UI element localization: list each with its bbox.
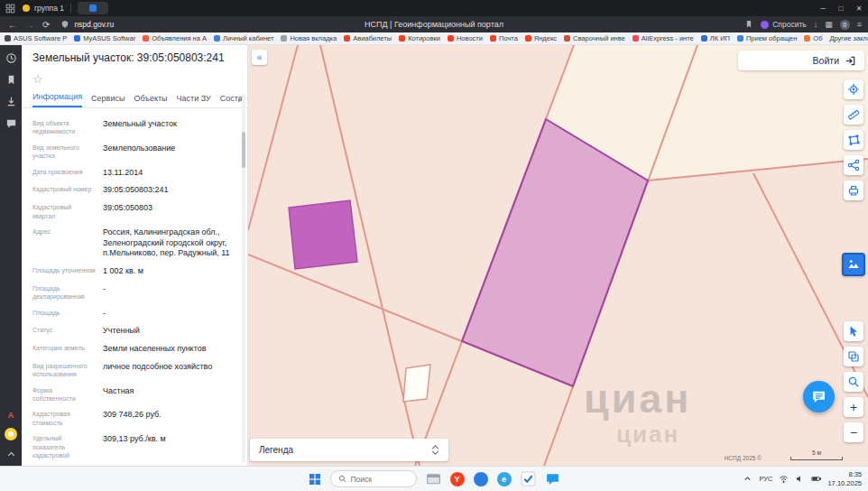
share-icon (847, 159, 860, 171)
field-row: Вид разрешенного использованияличное под… (32, 362, 235, 379)
letter-a-icon[interactable]: A (8, 411, 14, 420)
zoom-out-button[interactable]: − (844, 422, 863, 442)
favorite-star-icon[interactable]: ☆ (32, 73, 236, 85)
bookmark-item[interactable]: ЛК ИП (701, 34, 730, 42)
parcel-neighbor-highlighted[interactable] (289, 200, 357, 269)
taskbar-search[interactable]: Поиск (330, 470, 417, 487)
close-button[interactable]: ✕ (850, 0, 868, 16)
parcel-small-building[interactable] (403, 365, 430, 402)
bookmark-item[interactable]: Котировки (399, 34, 440, 42)
map-area[interactable]: циан циан « Войти + − Легенда НСПД 2025 … (248, 45, 868, 466)
tab-services[interactable]: Сервисы (91, 94, 125, 107)
bookmark-favicon (525, 35, 531, 42)
bookmark-item[interactable]: Сварочный инве (564, 34, 625, 42)
field-value: 39:05:050803:241 (103, 185, 169, 196)
profile-badge[interactable]: 0 (840, 20, 850, 30)
bookmark-favicon (633, 35, 639, 42)
antivirus-check-icon[interactable] (521, 471, 536, 486)
bookmark-item[interactable]: Яндекс (525, 34, 557, 42)
locate-button[interactable] (844, 79, 863, 99)
tab-group-label[interactable]: группа 1 (34, 4, 64, 13)
bookmark-item[interactable]: ASUS Software P (5, 34, 67, 42)
collapse-sidebar-icon[interactable] (5, 449, 17, 460)
bookmark-item[interactable]: Почта (490, 34, 518, 42)
legend-expander[interactable] (431, 445, 439, 455)
battery-icon[interactable] (811, 474, 821, 484)
measure-distance-button[interactable] (844, 105, 863, 125)
bookmarks-icon[interactable] (5, 74, 17, 86)
minimize-button[interactable]: ─ (814, 0, 832, 16)
login-bar[interactable]: Войти (738, 51, 864, 70)
file-explorer-icon[interactable] (426, 471, 441, 486)
wifi-icon[interactable] (779, 474, 789, 484)
measure-area-button[interactable] (844, 130, 863, 150)
url-text[interactable]: nspd.gov.ru (74, 20, 114, 29)
bookmark-item[interactable]: Новости (448, 34, 483, 42)
history-icon[interactable] (5, 52, 17, 64)
bookmark-favicon (74, 35, 80, 42)
start-button-icon[interactable] (309, 473, 321, 486)
tab-parts[interactable]: Части ЗУ (177, 94, 211, 107)
ask-alice-button[interactable]: Спросить (761, 20, 807, 29)
forward-icon[interactable]: → (25, 20, 34, 30)
bookmark-item[interactable]: MyASUS Softwar (74, 34, 135, 42)
active-tab[interactable] (78, 2, 108, 14)
legend-panel[interactable]: Легенда (250, 439, 448, 461)
edge-browser-icon[interactable]: e (497, 472, 512, 486)
chevron-down-icon (431, 450, 439, 455)
tray-expand-icon[interactable] (743, 474, 753, 484)
back-icon[interactable]: ← (8, 20, 17, 30)
tab-group-color-dot[interactable] (23, 5, 30, 12)
bookmark-item[interactable]: Личный кабинет (214, 34, 273, 42)
maximize-button[interactable]: □ (832, 0, 850, 16)
downloads-icon[interactable]: ↓ (814, 20, 818, 29)
panel-scrollbar[interactable] (242, 94, 245, 462)
panel-scrollbar-thumb[interactable] (242, 132, 245, 168)
cadastral-map-canvas[interactable] (248, 45, 868, 466)
bookmark-item[interactable]: Объявления на А (143, 34, 207, 42)
parcel-title: Земельный участок: 39:05:050803:241 (32, 51, 236, 64)
extensions-icon[interactable]: ▦ (825, 20, 833, 29)
tab-list-icon[interactable] (5, 4, 15, 14)
support-chat-button[interactable] (803, 381, 835, 412)
zoom-in-button[interactable]: + (844, 397, 863, 417)
bookmark-item[interactable]: Об (804, 34, 822, 42)
bookmark-item[interactable]: Прием обращен (737, 34, 797, 42)
basemap-switcher-button[interactable] (842, 253, 865, 276)
alice-icon[interactable] (5, 428, 17, 440)
tab-objects[interactable]: Объекты (134, 94, 167, 107)
tray-clock[interactable]: 8:35 17.10.2025 (827, 470, 862, 488)
volume-icon[interactable] (795, 474, 805, 484)
bookmark-favicon (564, 35, 570, 42)
share-button[interactable] (844, 155, 863, 175)
compare-layers-button[interactable] (844, 347, 863, 366)
bookmark-item[interactable]: Новая вкладка (281, 34, 337, 42)
bookmark-item[interactable]: AliExpress - инте (633, 34, 694, 42)
protect-shield-icon[interactable] (60, 20, 69, 29)
bookmark-flag-icon[interactable] (744, 20, 753, 29)
other-bookmarks-label: Другие закладки (829, 34, 868, 42)
bookmark-item[interactable]: Авиабилеты (344, 34, 392, 42)
bookmark-label: Об (813, 34, 822, 42)
field-value: Учтенный (103, 326, 140, 337)
menu-icon[interactable]: ≡ (857, 20, 862, 29)
yandex-browser-icon[interactable]: Y (450, 472, 465, 486)
identify-tool-button[interactable] (844, 321, 863, 341)
field-label: Кадастровый квартал (32, 203, 103, 220)
tab-information[interactable]: Информация (32, 92, 82, 107)
refresh-icon[interactable]: ⟳ (42, 20, 50, 30)
print-button[interactable] (844, 181, 863, 200)
other-bookmarks[interactable]: Другие закладки (829, 34, 868, 42)
tabs-scroll-right-icon[interactable]: › (237, 94, 241, 105)
bookmark-favicon (344, 35, 350, 42)
search-area-button[interactable] (844, 372, 863, 392)
language-indicator[interactable]: РУС (759, 475, 772, 483)
blue-app-icon[interactable] (474, 472, 488, 486)
downloads-panel-icon[interactable] (5, 96, 17, 107)
collapse-panel-button[interactable]: « (252, 50, 267, 65)
chat-app-icon[interactable] (545, 471, 560, 486)
bookmark-favicon (804, 35, 810, 42)
login-label: Войти (813, 55, 839, 66)
panel-tabs: Информация Сервисы Объекты Части ЗУ Сост… (22, 87, 247, 108)
messenger-icon[interactable] (5, 117, 17, 129)
